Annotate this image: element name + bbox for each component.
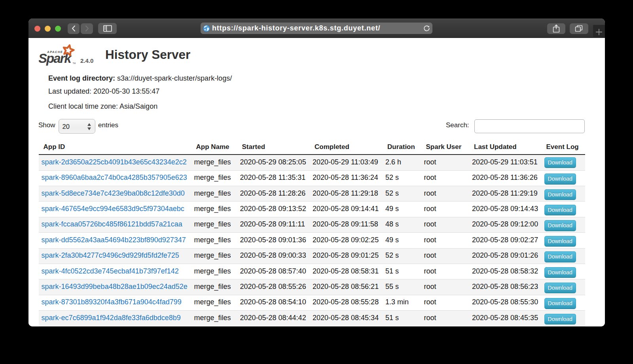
svg-text:TM: TM (73, 62, 76, 64)
